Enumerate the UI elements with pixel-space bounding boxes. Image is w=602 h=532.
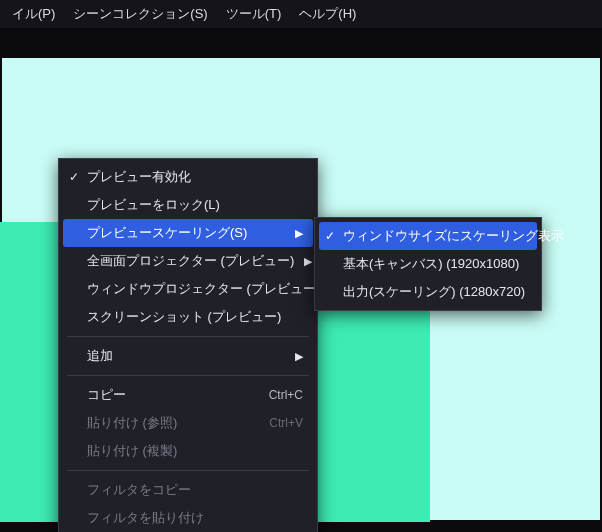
menu-separator — [67, 470, 309, 471]
mi-label: プレビューをロック(L) — [87, 196, 303, 214]
smi-output-size[interactable]: 出力(スケーリング) (1280x720) — [319, 278, 537, 306]
menu-tools[interactable]: ツール(T) — [218, 1, 290, 27]
menu-separator — [67, 375, 309, 376]
mi-label: フィルタをコピー — [87, 481, 303, 499]
mi-screenshot[interactable]: スクリーンショット (プレビュー) — [63, 303, 313, 331]
mi-shortcut: Ctrl+V — [269, 416, 303, 430]
mi-label: ウィンドウサイズにスケーリング表示 — [343, 227, 564, 245]
mi-paste-ref: 貼り付け (参照) Ctrl+V — [63, 409, 313, 437]
submenu-arrow-icon: ▶ — [295, 350, 303, 363]
mi-preview-scaling[interactable]: プレビュースケーリング(S) ▶ — [63, 219, 313, 247]
submenu-arrow-icon: ▶ — [295, 227, 303, 240]
check-icon: ✓ — [69, 170, 79, 184]
mi-label: 出力(スケーリング) (1280x720) — [343, 283, 527, 301]
mi-label: 追加 — [87, 347, 285, 365]
mi-shortcut: Ctrl+C — [269, 388, 303, 402]
mi-label: 基本(キャンバス) (1920x1080) — [343, 255, 527, 273]
mi-label: プレビュースケーリング(S) — [87, 224, 285, 242]
smi-canvas-size[interactable]: 基本(キャンバス) (1920x1080) — [319, 250, 537, 278]
menu-scene-collection[interactable]: シーンコレクション(S) — [65, 1, 215, 27]
menubar: イル(P) シーンコレクション(S) ツール(T) ヘルプ(H) — [0, 0, 602, 28]
submenu-arrow-icon: ▶ — [304, 255, 312, 268]
mi-label: 全画面プロジェクター (プレビュー) — [87, 252, 294, 270]
mi-label: ウィンドウプロジェクター (プレビュー) — [87, 280, 320, 298]
context-menu: ✓ プレビュー有効化 プレビューをロック(L) プレビュースケーリング(S) ▶… — [58, 158, 318, 532]
menu-separator — [67, 336, 309, 337]
mi-add[interactable]: 追加 ▶ — [63, 342, 313, 370]
mi-label: 貼り付け (参照) — [87, 414, 269, 432]
mi-window-projector[interactable]: ウィンドウプロジェクター (プレビュー) — [63, 275, 313, 303]
menu-file[interactable]: イル(P) — [4, 1, 63, 27]
mi-copy-filters: フィルタをコピー — [63, 476, 313, 504]
smi-scale-to-window[interactable]: ✓ ウィンドウサイズにスケーリング表示 — [319, 222, 537, 250]
mi-label: 貼り付け (複製) — [87, 442, 303, 460]
check-icon: ✓ — [325, 229, 335, 243]
toolbar-strip — [0, 28, 602, 52]
mi-label: スクリーンショット (プレビュー) — [87, 308, 303, 326]
mi-preview-enable[interactable]: ✓ プレビュー有効化 — [63, 163, 313, 191]
mi-paste-filters: フィルタを貼り付け — [63, 504, 313, 532]
mi-label: フィルタを貼り付け — [87, 509, 303, 527]
mi-label: プレビュー有効化 — [87, 168, 303, 186]
menu-help[interactable]: ヘルプ(H) — [291, 1, 364, 27]
mi-copy[interactable]: コピー Ctrl+C — [63, 381, 313, 409]
mi-preview-lock[interactable]: プレビューをロック(L) — [63, 191, 313, 219]
submenu-preview-scaling: ✓ ウィンドウサイズにスケーリング表示 基本(キャンバス) (1920x1080… — [314, 217, 542, 311]
mi-label: コピー — [87, 386, 269, 404]
mi-paste-dup: 貼り付け (複製) — [63, 437, 313, 465]
mi-fullscreen-projector[interactable]: 全画面プロジェクター (プレビュー) ▶ — [63, 247, 313, 275]
